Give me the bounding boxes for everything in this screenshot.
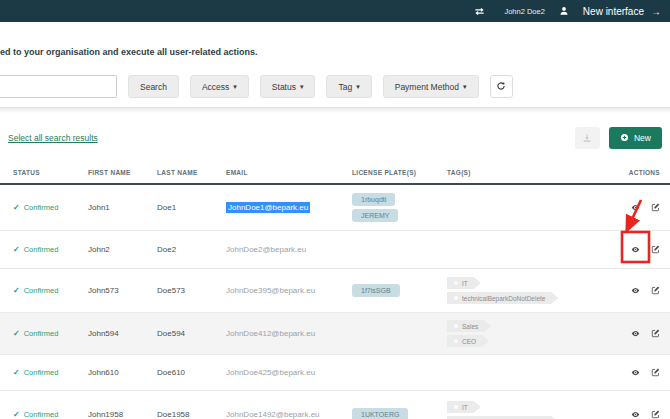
page-description: ed to your organisation and execute all … [0, 46, 670, 58]
view-user-button[interactable] [631, 203, 640, 212]
tag-badge: CEO [447, 335, 489, 347]
header-tags[interactable]: TAG(S) [447, 169, 627, 176]
edit-user-button[interactable] [651, 410, 660, 419]
tag-label: CEO [462, 338, 476, 345]
header-first-name[interactable]: FIRST NAME [88, 169, 157, 176]
filter-payment-method-label: Payment Method [395, 82, 459, 92]
header-actions: ACTIONS [627, 169, 660, 176]
email-text: JohnDoe425@bepark.eu [226, 368, 315, 377]
license-plates-cell [352, 330, 447, 338]
table-row[interactable]: ✓ Confirmed John2 Doe2 JohnDoe2@bepark.e… [0, 231, 670, 269]
select-all-link[interactable]: Select all search results [8, 133, 98, 143]
user-icon[interactable] [559, 6, 569, 16]
license-plates-cell: 1rbuqdtiJEREMY [352, 189, 447, 226]
email-text: JohnDoe395@bepark.eu [226, 286, 315, 295]
table-row[interactable]: ✓ Confirmed John594 Doe594 JohnDoe412@be… [0, 313, 670, 355]
users-table: STATUS FIRST NAME LAST NAME EMAIL LICENS… [0, 162, 670, 419]
filter-status-dropdown[interactable]: Status ▾ [260, 75, 316, 98]
search-input[interactable] [0, 75, 117, 98]
edit-user-button[interactable] [651, 203, 660, 212]
switch-account-icon[interactable] [473, 6, 486, 17]
tag-label: technicalBeparkDoNotDelete [462, 295, 545, 302]
header-last-name[interactable]: LAST NAME [157, 169, 226, 176]
email-text: JohnDoe1@bepark.eu [226, 202, 310, 213]
view-user-button[interactable] [631, 329, 640, 338]
search-toolbar: Search Access ▾ Status ▾ Tag ▾ Payment M… [0, 75, 670, 98]
header-status[interactable]: STATUS [13, 169, 88, 176]
edit-user-button[interactable] [651, 368, 660, 377]
view-user-button[interactable] [631, 410, 640, 419]
chevron-down-icon: ▾ [233, 83, 237, 91]
new-user-button-label: New [634, 133, 651, 143]
email-text: JohnDoe2@bepark.eu [226, 245, 306, 254]
edit-user-button[interactable] [651, 329, 660, 338]
table-row[interactable]: ✓ Confirmed John610 Doe610 JohnDoe425@be… [0, 355, 670, 391]
status-cell: ✓ Confirmed [13, 329, 88, 338]
actions-cell [627, 368, 660, 377]
table-row[interactable]: ✓ Confirmed John1958 Doe1958 JohnDoe1492… [0, 391, 670, 419]
check-icon: ✓ [13, 410, 20, 419]
export-button[interactable] [575, 127, 600, 149]
tag-label: IT [462, 404, 468, 411]
arrow-right-icon: → [651, 6, 661, 17]
actions-cell [627, 329, 660, 338]
email-text: JohnDoe412@bepark.eu [226, 329, 315, 338]
first-name-cell: John594 [88, 329, 157, 338]
tags-cell [447, 369, 627, 377]
search-button[interactable]: Search [128, 75, 179, 98]
refresh-icon [496, 79, 506, 94]
toolbar-divider [0, 107, 670, 113]
tags-cell: SalesCEO [447, 316, 627, 351]
tag-dot-icon [454, 281, 458, 285]
edit-user-button[interactable] [651, 245, 660, 254]
table-row[interactable]: ✓ Confirmed John573 Doe573 JohnDoe395@be… [0, 269, 670, 313]
edit-user-button[interactable] [651, 286, 660, 295]
view-user-button[interactable] [631, 286, 640, 295]
refresh-button[interactable] [490, 75, 513, 98]
search-button-label: Search [140, 82, 167, 92]
header-email[interactable]: EMAIL [226, 169, 352, 176]
actions-cell [627, 203, 660, 212]
chevron-down-icon: ▾ [300, 83, 304, 91]
filter-payment-method-dropdown[interactable]: Payment Method ▾ [383, 75, 479, 98]
chevron-down-icon: ▾ [463, 83, 467, 91]
email-cell: JohnDoe1492@bepark.eu [226, 410, 352, 419]
tags-cell [447, 246, 627, 254]
status-label: Confirmed [24, 286, 59, 295]
license-plate-badge: 1UKTOERG [352, 408, 408, 419]
new-user-button[interactable]: New [609, 127, 662, 149]
new-interface-link[interactable]: New interface → [583, 6, 661, 17]
tag-dot-icon [454, 296, 458, 300]
users-admin-screen: John2 Doe2 New interface → ed to your or… [0, 0, 670, 419]
filter-access-dropdown[interactable]: Access ▾ [190, 75, 249, 98]
chevron-down-icon: ▾ [356, 83, 360, 91]
actions-cell [627, 286, 660, 295]
first-name-cell: John2 [88, 245, 157, 254]
filter-tag-dropdown[interactable]: Tag ▾ [326, 75, 371, 98]
tag-dot-icon [454, 405, 458, 409]
view-user-button[interactable] [631, 368, 640, 377]
view-user-button[interactable] [631, 245, 640, 254]
tags-cell: ITtechnicalBeparkDoNotDelete [447, 397, 627, 419]
actions-bar: Select all search results New [0, 126, 670, 150]
first-name-cell: John610 [88, 368, 157, 377]
filter-tag-label: Tag [338, 82, 352, 92]
filter-status-label: Status [272, 82, 296, 92]
header-license-plates[interactable]: LICENSE PLATE(S) [352, 169, 447, 176]
email-cell: JohnDoe425@bepark.eu [226, 368, 352, 377]
license-plate-badge: 1rbuqdti [352, 193, 395, 206]
table-row[interactable]: ✓ Confirmed John1 Doe1 JohnDoe1@bepark.e… [0, 185, 670, 231]
license-plate-badge: JEREMY [352, 209, 398, 222]
email-cell: JohnDoe2@bepark.eu [226, 245, 352, 254]
actions-cell [627, 410, 660, 419]
email-cell: JohnDoe395@bepark.eu [226, 286, 352, 295]
status-cell: ✓ Confirmed [13, 410, 88, 419]
table-body: ✓ Confirmed John1 Doe1 JohnDoe1@bepark.e… [0, 185, 670, 419]
email-text: JohnDoe1492@bepark.eu [226, 410, 320, 419]
status-label: Confirmed [24, 245, 59, 254]
actions-cell [627, 245, 660, 254]
email-cell: JohnDoe1@bepark.eu [226, 203, 352, 212]
current-user-name[interactable]: John2 Doe2 [504, 7, 544, 16]
first-name-cell: John573 [88, 286, 157, 295]
tag-label: Sales [462, 323, 478, 330]
